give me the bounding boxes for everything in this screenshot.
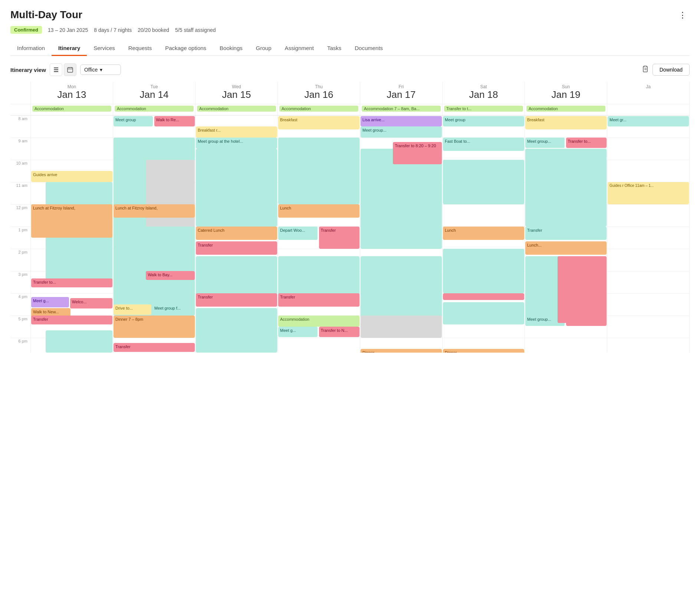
day-header-sat: Sat Jan 18 <box>443 82 525 104</box>
event-mon-walk-to-new[interactable]: Welco... <box>70 298 112 308</box>
event-tue-meet-group[interactable]: Meet group <box>114 116 153 126</box>
event-fri-transfer-to[interactable]: Transfer to 8:20 – 9:20 <box>393 142 442 164</box>
meta-row: Confirmed 13 – 20 Jan 2025 8 days / 7 ni… <box>10 26 690 34</box>
event-tue-gray-block[interactable] <box>146 160 195 238</box>
tab-bar: Information Itinerary Services Requests … <box>10 41 690 56</box>
view-toggle: ☰ <box>50 63 76 76</box>
day-header-mon: Mon Jan 13 <box>31 82 113 104</box>
allday-event-tue-accommodation[interactable]: Accommodation <box>115 106 194 112</box>
event-next-meet-group[interactable]: Meet gr... <box>608 116 689 126</box>
event-wed-teal-evening[interactable] <box>196 308 277 353</box>
event-sat-teal-morning[interactable] <box>443 160 524 204</box>
clipboard-button[interactable] <box>641 65 649 75</box>
event-sat-fast-boat[interactable]: Fast Boat to... <box>443 138 524 151</box>
tab-package-options[interactable]: Package options <box>158 41 213 56</box>
event-thu-lunch[interactable]: Lunch <box>278 204 359 218</box>
day-header-wed: Wed Jan 15 <box>195 82 278 104</box>
event-sat-dinner[interactable]: Dinner <box>443 349 524 353</box>
event-mon-teal-bottom[interactable] <box>46 330 112 353</box>
clipboard-icon <box>641 65 649 73</box>
event-sun-transfer-to[interactable]: Transfer to... <box>566 138 607 148</box>
event-fri-gray[interactable] <box>361 316 442 338</box>
event-tue-drive-to[interactable]: Drive to... <box>114 304 151 315</box>
meta-staff: 5/5 staff assigned <box>175 27 216 33</box>
tab-group[interactable]: Group <box>249 41 278 56</box>
day-col-mon: Guides arrive Lunch at Fitzroy Island, T… <box>31 115 113 353</box>
allday-event-sat-accommodation[interactable]: Transfer to t... <box>444 106 523 112</box>
svg-rect-5 <box>644 66 647 67</box>
allday-wed: Accommodation <box>195 104 278 115</box>
tab-information[interactable]: Information <box>10 41 52 56</box>
event-fri-meet-group[interactable]: Meet group... <box>361 126 442 138</box>
event-sat-teal-afternoon[interactable] <box>443 249 524 293</box>
event-thu-transfer-n[interactable]: Transfer to N... <box>319 327 360 337</box>
event-sun-lunch[interactable]: Lunch... <box>525 241 607 255</box>
event-tue-lunch-fitzroy[interactable]: Lunch at Fitzroy Island, <box>114 204 195 218</box>
allday-event-fri-accommodation[interactable]: Accommodation 7 – 8am, Ba... <box>362 106 441 112</box>
event-sun-pink-block[interactable] <box>558 256 607 323</box>
tab-bookings[interactable]: Bookings <box>213 41 249 56</box>
day-header-tue: Tue Jan 14 <box>113 82 195 104</box>
event-sat-teal-5pm[interactable] <box>443 302 524 324</box>
allday-event-wed-accommodation[interactable]: Accommodation <box>197 106 276 112</box>
event-wed-breakfast[interactable]: Breakfast r... <box>196 126 277 138</box>
event-tue-dinner[interactable]: Dinner 7 – 8pm <box>114 316 195 338</box>
event-sat-pink-strip[interactable] <box>443 293 524 300</box>
tab-itinerary[interactable]: Itinerary <box>52 41 87 56</box>
list-view-button[interactable]: ☰ <box>50 63 62 76</box>
allday-thu: Accommodation <box>278 104 360 115</box>
tab-services[interactable]: Services <box>87 41 122 56</box>
event-mon-guides-arrive[interactable]: Guides arrive <box>31 171 112 182</box>
tab-requests[interactable]: Requests <box>122 41 158 56</box>
event-fri-lisa-arrive[interactable]: Lisa arrive... <box>361 116 442 126</box>
view-dropdown[interactable]: Office ▾ <box>80 65 121 75</box>
event-thu-depart-woo[interactable]: Depart Woo... <box>278 227 318 240</box>
event-thu-breakfast[interactable]: Breakfast <box>278 116 359 129</box>
event-sun-teal-morning[interactable] <box>525 149 607 227</box>
download-button[interactable]: Download <box>653 64 690 76</box>
event-next-guides-office[interactable]: Guides r Office 11am – 1... <box>608 182 689 204</box>
event-mon-transfer-7pm[interactable]: Transfer <box>31 316 112 324</box>
event-mon-meet-group[interactable]: Meet g... <box>31 297 69 307</box>
meta-booked: 20/20 booked <box>138 27 169 33</box>
time-col-header <box>10 82 31 104</box>
event-sat-lunch[interactable]: Lunch <box>443 227 524 240</box>
event-thu-teal-morning[interactable] <box>278 138 359 204</box>
svg-rect-0 <box>68 67 73 72</box>
event-sun-breakfast[interactable]: Breakfast <box>525 116 607 129</box>
event-thu-transfer-1pm[interactable]: Transfer <box>319 227 360 249</box>
allday-tue: Accommodation <box>113 104 195 115</box>
event-fri-teal-afternoon[interactable] <box>361 256 442 323</box>
event-wed-teal-morning[interactable] <box>196 149 277 227</box>
allday-event-sun-accommodation[interactable]: Accommodation <box>526 106 605 112</box>
event-tue-walk-to-bay[interactable]: Walk to Bay... <box>146 271 195 280</box>
more-button[interactable]: ⋮ <box>676 9 690 22</box>
event-tue-walk-to-re[interactable]: Walk to Re... <box>154 116 195 126</box>
day-header-thu: Thu Jan 16 <box>278 82 360 104</box>
event-sun-transfer-noon[interactable]: Transfer <box>525 227 607 240</box>
event-wed-meet-hotel[interactable]: Meet group at the hotel... <box>196 138 277 149</box>
event-mon-lunch-fitzroy[interactable]: Lunch at Fitzroy Island, <box>31 204 112 238</box>
event-wed-catered-lunch[interactable]: Catered Lunch <box>196 227 277 240</box>
event-wed-transfer-1[interactable]: Transfer <box>196 241 277 255</box>
event-tue-meet-group-f[interactable]: Meet group f... <box>152 304 195 315</box>
tab-assignment[interactable]: Assignment <box>278 41 321 56</box>
allday-event-mon-accommodation[interactable]: Accommodation <box>32 106 111 112</box>
event-tue-transfer-8pm[interactable]: Transfer <box>114 343 195 352</box>
calendar-view-button[interactable] <box>64 63 76 76</box>
day-col-next: Meet gr... Guides r Office 11am – 1... <box>607 115 690 353</box>
day-header-next: Ja <box>607 82 690 104</box>
day-col-tue: Meet group Walk to Re... Lunch at Fitzro… <box>113 115 195 353</box>
event-thu-transfer-4pm[interactable]: Transfer <box>278 293 359 307</box>
time-scroll[interactable]: 8 am 9 am 10 am 11 am 12 pm 1 pm 2 pm 3 … <box>10 115 690 353</box>
event-thu-meet-group[interactable]: Meet g... <box>278 327 318 337</box>
event-fri-dinner[interactable]: Dinner <box>361 349 442 353</box>
allday-event-thu-accommodation[interactable]: Accommodation <box>279 106 358 112</box>
tab-tasks[interactable]: Tasks <box>321 41 348 56</box>
event-sun-meet-group[interactable]: Meet group... <box>525 138 565 148</box>
event-sat-meet-group[interactable]: Meet group <box>443 116 524 126</box>
tab-documents[interactable]: Documents <box>348 41 390 56</box>
event-thu-accommodation[interactable]: Accommodation <box>278 316 359 327</box>
event-mon-transfer-to[interactable]: Transfer to... <box>31 278 112 287</box>
event-wed-transfer-4pm[interactable]: Transfer <box>196 293 277 307</box>
